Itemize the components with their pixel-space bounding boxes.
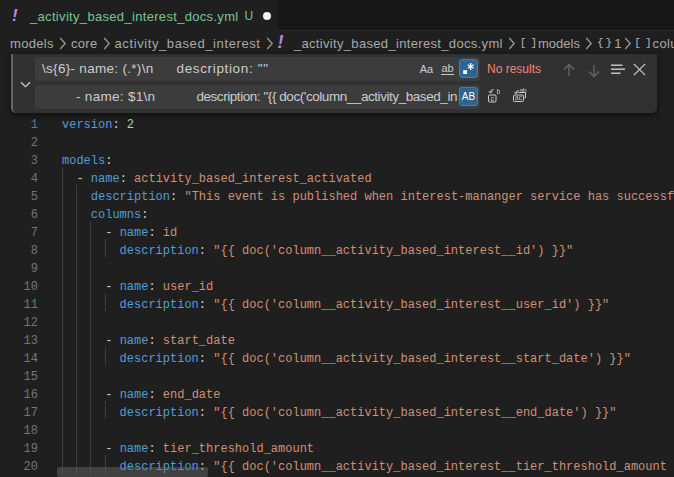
svg-text:ab: ab [519, 88, 527, 94]
svg-text:b: b [497, 88, 501, 95]
svg-text:ac: ac [515, 94, 523, 101]
svg-text:c: c [490, 95, 494, 102]
